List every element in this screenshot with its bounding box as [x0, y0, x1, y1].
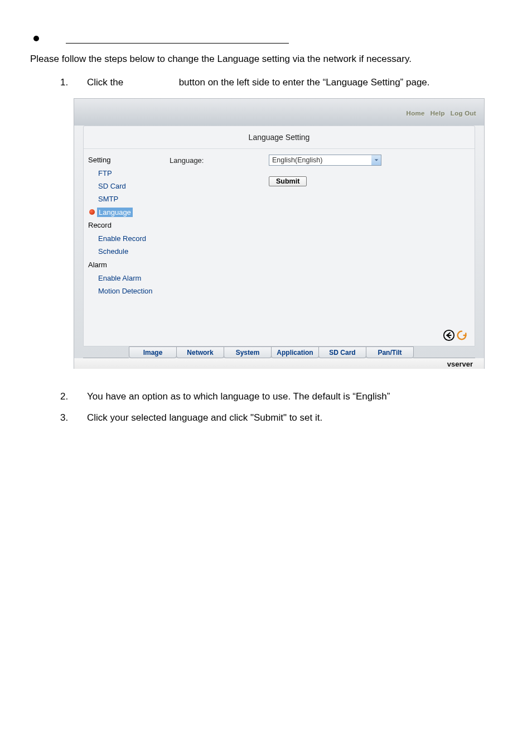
step-item: 1. Click the button on the left side to …: [60, 77, 504, 88]
step-list: 1. Click the button on the left side to …: [60, 77, 504, 88]
step-text-pre: Click the: [87, 77, 126, 88]
tab-pantilt[interactable]: Pan/Tilt: [366, 346, 414, 358]
language-select[interactable]: English(English): [269, 155, 381, 166]
chevron-down-icon: [371, 155, 381, 165]
step-item: 2. You have an option as to which langua…: [60, 391, 504, 402]
step-text: Click your selected language and click "…: [87, 412, 504, 423]
sidebar: Setting FTP SD Card SMTP Language Record…: [84, 153, 170, 297]
step-item: 3. Click your selected language and clic…: [60, 412, 504, 423]
content-panel: Language Setting Setting FTP SD Card SMT…: [83, 126, 475, 346]
tab-system[interactable]: System: [224, 346, 272, 358]
sidebar-item-schedule[interactable]: Schedule: [86, 245, 170, 258]
language-select-value: English(English): [269, 155, 371, 165]
back-icon[interactable]: [443, 329, 455, 341]
nav-icons: [443, 329, 468, 341]
step-text-post: button on the left side to enter the “La…: [176, 77, 430, 88]
bottom-tabs: Image Network System Application SD Card…: [83, 346, 475, 358]
step-number: 3.: [60, 412, 87, 423]
step-text: You have an option as to which language …: [87, 391, 504, 402]
sidebar-item-motion[interactable]: Motion Detection: [86, 285, 170, 298]
tab-spacer: [83, 346, 129, 358]
logout-link[interactable]: Log Out: [451, 110, 476, 117]
home-link[interactable]: Home: [407, 110, 425, 117]
sidebar-item-enable-alarm[interactable]: Enable Alarm: [86, 272, 170, 285]
form-row-language: Language: English(English): [170, 155, 475, 166]
submit-row: Submit: [269, 176, 475, 186]
section-heading: [28, 33, 504, 44]
step-text: Click the button on the left side to ent…: [87, 77, 504, 88]
refresh-icon[interactable]: [456, 329, 468, 341]
sidebar-heading-record: Record: [86, 219, 170, 233]
intro-text: Please follow the steps below to change …: [30, 54, 504, 65]
main-form: Language: English(English) Submit: [170, 153, 475, 297]
sidebar-heading-setting: Setting: [86, 153, 170, 167]
sidebar-item-label: Language: [97, 208, 133, 218]
step-number: 1.: [60, 77, 87, 88]
tab-spacer: [413, 346, 475, 358]
sidebar-item-ftp[interactable]: FTP: [86, 167, 170, 180]
tab-image[interactable]: Image: [129, 346, 177, 358]
panel-body: Setting FTP SD Card SMTP Language Record…: [84, 149, 475, 297]
sidebar-item-language[interactable]: Language: [86, 206, 170, 219]
top-links: Home Help Log Out: [407, 110, 476, 117]
underline-rule: [66, 33, 289, 44]
tab-sdcard[interactable]: SD Card: [318, 346, 366, 358]
active-marker-icon: [89, 209, 95, 215]
step-number: 2.: [60, 391, 87, 402]
language-label: Language:: [170, 156, 225, 165]
step-list-cont: 2. You have an option as to which langua…: [60, 391, 504, 423]
submit-button[interactable]: Submit: [269, 176, 307, 186]
top-bar: Home Help Log Out: [74, 99, 484, 126]
screenshot-panel: Home Help Log Out Language Setting Setti…: [74, 98, 485, 369]
sidebar-item-sdcard[interactable]: SD Card: [86, 180, 170, 193]
page-title: Language Setting: [84, 126, 475, 149]
help-link[interactable]: Help: [431, 110, 445, 117]
sidebar-item-smtp[interactable]: SMTP: [86, 193, 170, 206]
sidebar-heading-alarm: Alarm: [86, 258, 170, 272]
tab-application[interactable]: Application: [271, 346, 319, 358]
sidebar-item-enable-record[interactable]: Enable Record: [86, 233, 170, 245]
footer-brand: vserver: [74, 358, 484, 369]
bullet-icon: [33, 36, 39, 41]
tab-network[interactable]: Network: [176, 346, 224, 358]
